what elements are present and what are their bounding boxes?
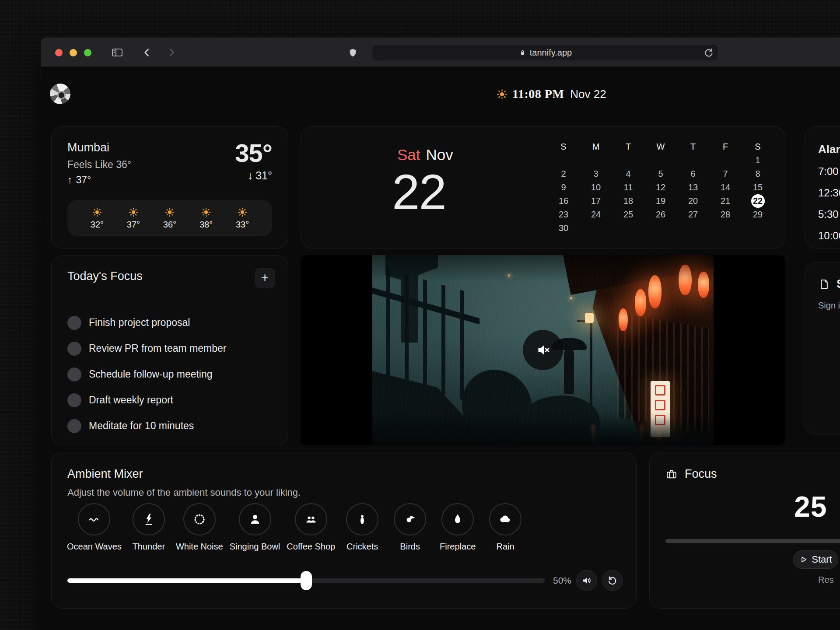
calendar-day-cell[interactable]: 5 (644, 167, 677, 181)
sound-label: Thunder (133, 542, 165, 552)
calendar-day-cell[interactable]: 12 (644, 181, 677, 194)
calendar-day-header: W (644, 140, 677, 154)
sound-button-thunder[interactable] (133, 503, 165, 536)
selected-day[interactable]: 22 (751, 194, 765, 208)
forward-button[interactable] (165, 46, 178, 59)
sun-icon (128, 207, 139, 217)
calendar-empty-cell (677, 221, 709, 235)
alarm-time-row[interactable]: 12:30 P (818, 187, 840, 199)
start-timer-button[interactable]: Start (793, 550, 838, 569)
task-label: Review PR from team member (89, 343, 226, 354)
sticky-notes-card: Sti Sign in t (805, 262, 840, 434)
calendar-day-header: M (580, 140, 612, 154)
app-logo-disc-icon[interactable] (50, 84, 70, 104)
calendar-weekday: Sat (397, 146, 420, 164)
calendar-day-header: T (612, 140, 644, 154)
calendar-day-cell[interactable]: 9 (547, 181, 580, 194)
add-task-button[interactable]: + (255, 268, 275, 288)
calendar-day-cell[interactable]: 28 (709, 208, 742, 221)
sound-label: Birds (400, 542, 420, 552)
sound-button-birds[interactable] (394, 503, 426, 536)
calendar-day-cell[interactable]: 14 (709, 181, 742, 194)
calendar-day-cell[interactable]: 22 (742, 194, 774, 208)
volume-slider[interactable] (67, 578, 545, 583)
calendar-day-cell[interactable]: 16 (547, 194, 580, 208)
volume-slider-thumb[interactable] (301, 571, 312, 590)
sound-button-rain[interactable] (489, 503, 522, 536)
calendar-day-cell[interactable]: 20 (677, 194, 709, 208)
calendar-day-cell[interactable]: 11 (612, 181, 644, 194)
sound-button-fireplace[interactable] (441, 503, 474, 536)
sound-button-crickets[interactable] (346, 503, 378, 536)
sound-item: Rain (483, 503, 528, 552)
calendar-day-cell[interactable]: 25 (612, 208, 644, 221)
task-label: Finish project proposal (89, 317, 190, 329)
calendar-day-cell[interactable]: 26 (644, 208, 677, 221)
sticky-note-icon (818, 278, 830, 290)
briefcase-icon (665, 468, 678, 480)
alarm-time-row[interactable]: 7:00 A (818, 165, 840, 178)
back-button[interactable] (141, 46, 153, 59)
todays-focus-card: Today's Focus + Finish project proposalR… (51, 255, 288, 445)
calendar-empty-cell (644, 154, 677, 167)
calendar-day-cell[interactable]: 27 (677, 208, 709, 221)
sound-button-singing-bowl[interactable] (239, 503, 271, 536)
task-checkbox[interactable] (67, 393, 81, 407)
calendar-day-cell[interactable]: 24 (580, 208, 612, 221)
mute-button[interactable] (523, 330, 563, 370)
task-checkbox[interactable] (67, 419, 81, 433)
calendar-day-cell[interactable]: 19 (644, 194, 677, 208)
calendar-empty-cell (742, 221, 774, 235)
calendar-big-day: 22 (392, 167, 446, 217)
calendar-day-cell[interactable]: 10 (580, 181, 612, 194)
refresh-icon[interactable] (703, 47, 714, 58)
task-checkbox[interactable] (67, 368, 81, 382)
sound-button-white-noise[interactable] (183, 503, 216, 536)
task-checkbox[interactable] (67, 316, 81, 330)
arrow-up-icon: ↑ (67, 174, 73, 186)
calendar-day-cell[interactable]: 8 (742, 167, 774, 181)
hourly-forecast-cell: 37° (127, 207, 140, 230)
calendar-day-cell[interactable]: 7 (709, 167, 742, 181)
start-label: Start (812, 554, 832, 565)
hourly-forecast-cell: 33° (236, 207, 249, 230)
hourly-forecast: 32°37°36°38°33° (67, 200, 272, 236)
calendar-day-cell[interactable]: 17 (580, 194, 612, 208)
calendar-day-header: F (709, 140, 742, 154)
reset-timer-button[interactable]: Res (818, 575, 834, 585)
calendar-day-cell[interactable]: 15 (742, 181, 774, 194)
ambient-video-card[interactable] (301, 255, 785, 445)
alarm-time-row[interactable]: 10:00 (818, 230, 840, 242)
calendar-day-cell[interactable]: 23 (547, 208, 580, 221)
sound-button-coffee-shop[interactable] (295, 503, 327, 536)
calendar-day-cell[interactable]: 29 (742, 208, 774, 221)
sound-output-button[interactable] (576, 570, 597, 591)
singing-bowl-icon (248, 513, 262, 526)
volume-value: 50% (553, 575, 571, 586)
sound-button-ocean-waves[interactable] (78, 503, 110, 536)
sun-icon (201, 207, 211, 217)
reset-mixer-button[interactable] (602, 570, 623, 591)
sidebar-toggle-icon[interactable] (111, 46, 123, 59)
timer-duration-slider[interactable] (665, 539, 840, 543)
calendar-day-cell[interactable]: 13 (677, 181, 709, 194)
alarm-time-row[interactable]: 5:30 P (818, 208, 840, 220)
calendar-day-cell[interactable]: 30 (547, 221, 580, 235)
calendar-day-cell[interactable]: 6 (677, 167, 709, 181)
calendar-day-cell[interactable]: 1 (742, 154, 774, 167)
ambient-mixer-title: Ambient Mixer (67, 467, 620, 481)
calendar-day-cell[interactable]: 3 (580, 167, 612, 181)
sound-item: White Noise (174, 503, 225, 552)
calendar-day-cell[interactable]: 18 (612, 194, 644, 208)
shield-icon[interactable] (346, 46, 359, 59)
task-checkbox[interactable] (67, 342, 81, 356)
sound-buttons-row: Ocean WavesThunderWhite NoiseSinging Bow… (65, 503, 528, 552)
address-bar[interactable]: tannify.app (372, 45, 718, 60)
close-window-button[interactable] (55, 49, 63, 56)
hourly-temp: 36° (163, 220, 176, 230)
minimize-window-button[interactable] (70, 49, 77, 56)
calendar-day-cell[interactable]: 21 (709, 194, 742, 208)
calendar-day-cell[interactable]: 2 (547, 167, 580, 181)
zoom-window-button[interactable] (84, 49, 91, 56)
calendar-day-cell[interactable]: 4 (612, 167, 644, 181)
